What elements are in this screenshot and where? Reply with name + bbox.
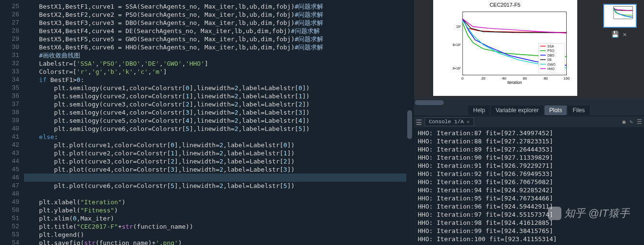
console-tab-label: Console 1/A <box>429 119 464 125</box>
console-tab-close-icon[interactable]: ✕ <box>467 119 470 125</box>
code-editor[interactable]: 2526272829303132333435363738394041424344… <box>0 0 413 245</box>
console-menu-icon[interactable]: ☰ <box>416 118 423 125</box>
plot-scrollbar[interactable] <box>414 99 644 105</box>
svg-text:20: 20 <box>481 76 485 81</box>
svg-text:100: 100 <box>563 76 570 81</box>
tab-plots[interactable]: Plots <box>545 105 567 115</box>
svg-text:Iteration: Iteration <box>507 80 522 85</box>
svg-text:80: 80 <box>544 76 547 81</box>
svg-text:6×10²: 6×10² <box>452 67 461 70</box>
console-tabs: ☰ Console 1/A ✕ ◼ ✎ ☰ <box>414 117 644 127</box>
svg-text:0: 0 <box>462 76 463 81</box>
svg-text:60: 60 <box>522 76 526 81</box>
right-panel: CEC2017-F5 SSAPSODBODEGWOHHO020406080100… <box>413 0 644 245</box>
tab-files[interactable]: Files <box>568 105 589 115</box>
console-output[interactable]: HHO: Iteration:87 fit=[927.34997452]HHO:… <box>414 127 644 245</box>
svg-text:DE: DE <box>547 58 552 61</box>
plot-main[interactable]: CEC2017-F5 SSAPSODBODEGWOHHO020406080100… <box>414 0 596 99</box>
editor-scrollbar[interactable] <box>406 0 413 245</box>
svg-text:8×10²: 8×10² <box>452 43 461 47</box>
svg-text:PSO: PSO <box>547 49 554 52</box>
svg-text:GWO: GWO <box>547 63 555 66</box>
tab-help[interactable]: Help <box>468 105 490 115</box>
plot-thumbnail[interactable] <box>603 4 637 28</box>
console-stop-icon[interactable]: ◼ <box>622 118 626 126</box>
plot-svg: SSAPSODBODEGWOHHO020406080100Iteration6×… <box>448 10 572 86</box>
tab-variable-explorer[interactable]: Variable explorer <box>491 105 544 115</box>
line-gutter: 2526272829303132333435363738394041424344… <box>0 0 24 245</box>
console-tab[interactable]: Console 1/A ✕ <box>425 117 474 126</box>
editor-scrollbar-thumb[interactable] <box>407 110 412 139</box>
plot-scrollbar-thumb[interactable] <box>415 100 444 105</box>
plot-thumbnails: 💾 ✕ <box>596 0 644 99</box>
console-panel: ☰ Console 1/A ✕ ◼ ✎ ☰ HHO: Iteration:87 … <box>414 116 644 245</box>
panel-tabs: Help Variable explorer Plots Files <box>414 105 644 116</box>
plot-panel: CEC2017-F5 SSAPSODBODEGWOHHO020406080100… <box>414 0 644 99</box>
svg-text:10³: 10³ <box>456 25 461 28</box>
svg-text:HHO: HHO <box>547 67 555 70</box>
svg-text:SSA: SSA <box>547 45 554 48</box>
console-edit-icon[interactable]: ✎ <box>630 118 633 126</box>
close-plot-icon[interactable]: ✕ <box>621 31 629 38</box>
svg-text:DBO: DBO <box>547 54 554 57</box>
code-area[interactable]: BestX1,BestF1,curve1 = SSA(SearchAgents_… <box>24 0 413 245</box>
save-plot-icon[interactable]: 💾 <box>611 31 619 38</box>
plot-figure: CEC2017-F5 SSAPSODBODEGWOHHO020406080100… <box>433 0 577 96</box>
svg-text:40: 40 <box>502 76 506 81</box>
plot-title: CEC2017-F5 <box>433 2 577 8</box>
console-options-icon[interactable]: ☰ <box>637 118 642 126</box>
